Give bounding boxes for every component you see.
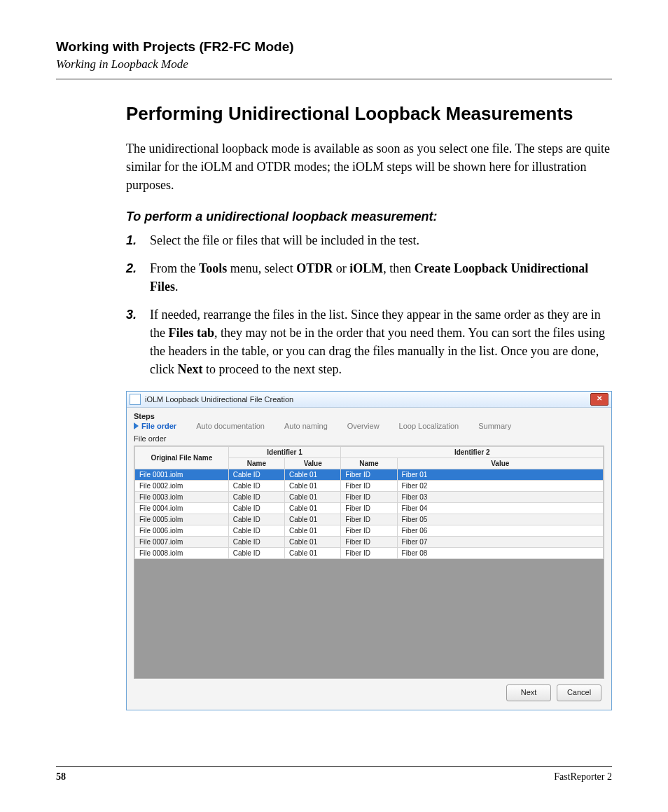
step-text: If needed, rearrange the files in the li… — [150, 305, 612, 378]
table-row[interactable]: File 0003.iolmCable IDCable 01Fiber IDFi… — [135, 492, 604, 503]
page-header: Working with Projects (FR2-FC Mode) Work… — [56, 39, 612, 80]
grid-empty-area[interactable] — [134, 559, 604, 678]
arrow-right-icon — [134, 422, 139, 429]
wizard-step-loop-localization[interactable]: Loop Localization — [399, 422, 459, 430]
wizard-step-row: File order Auto documentation Auto namin… — [134, 422, 604, 430]
dialog-title: iOLM Loopback Unidirectional File Creati… — [145, 395, 590, 404]
table-row[interactable]: File 0008.iolmCable IDCable 01Fiber IDFi… — [135, 548, 604, 559]
col-original-file-name[interactable]: Original File Name — [135, 447, 229, 469]
col-id1-value[interactable]: Value — [285, 458, 341, 469]
col-identifier-1[interactable]: Identifier 1 — [228, 447, 341, 458]
footer-rule — [56, 766, 612, 767]
step-3: 3. If needed, rearrange the files in the… — [126, 305, 612, 378]
wizard-step-auto-documentation[interactable]: Auto documentation — [196, 422, 265, 430]
page-number: 58 — [56, 771, 66, 783]
dialog-body: Steps File order Auto documentation Auto… — [127, 408, 611, 710]
app-icon — [130, 394, 141, 405]
step-number: 3. — [126, 305, 150, 378]
step-number: 2. — [126, 259, 150, 296]
section-title: Working in Loopback Mode — [56, 57, 612, 71]
intro-paragraph: The unidirectional loopback mode is avai… — [126, 139, 612, 194]
step-number: 1. — [126, 231, 150, 249]
table-row[interactable]: File 0004.iolmCable IDCable 01Fiber IDFi… — [135, 503, 604, 514]
procedure-steps: 1. Select the file or files that will be… — [126, 231, 612, 379]
dialog-button-row: Next Cancel — [134, 679, 604, 703]
step-text: From the Tools menu, select OTDR or iOLM… — [150, 259, 612, 296]
step-2: 2. From the Tools menu, select OTDR or i… — [126, 259, 612, 296]
table-row[interactable]: File 0006.iolmCable IDCable 01Fiber IDFi… — [135, 525, 604, 537]
content-area: Performing Unidirectional Loopback Measu… — [126, 102, 612, 710]
procedure-subheading: To perform a unidirectional loopback mea… — [126, 209, 612, 224]
col-id2-value[interactable]: Value — [397, 458, 603, 469]
wizard-step-overview[interactable]: Overview — [347, 422, 380, 430]
file-order-label: File order — [134, 434, 604, 443]
col-id2-name[interactable]: Name — [341, 458, 397, 469]
page-footer: 58 FastReporter 2 — [56, 766, 612, 783]
wizard-step-file-order[interactable]: File order — [134, 422, 176, 430]
col-id1-name[interactable]: Name — [228, 458, 284, 469]
wizard-step-auto-naming[interactable]: Auto naming — [284, 422, 328, 430]
close-button[interactable]: ✕ — [590, 393, 608, 406]
table-row[interactable]: File 0007.iolmCable IDCable 01Fiber IDFi… — [135, 537, 604, 548]
cancel-button[interactable]: Cancel — [557, 684, 601, 701]
table-row[interactable]: File 0002.iolmCable IDCable 01Fiber IDFi… — [135, 481, 604, 492]
steps-label: Steps — [134, 412, 604, 420]
header-rule — [56, 78, 612, 80]
table-row[interactable]: File 0005.iolmCable IDCable 01Fiber IDFi… — [135, 514, 604, 525]
chapter-title: Working with Projects (FR2-FC Mode) — [56, 39, 612, 55]
col-identifier-2[interactable]: Identifier 2 — [341, 447, 604, 458]
file-order-grid[interactable]: Original File Name Identifier 1 Identifi… — [134, 446, 604, 679]
product-name: FastReporter 2 — [554, 771, 612, 783]
file-table[interactable]: Original File Name Identifier 1 Identifi… — [134, 446, 604, 559]
dialog-screenshot: iOLM Loopback Unidirectional File Creati… — [126, 391, 612, 710]
step-1: 1. Select the file or files that will be… — [126, 231, 612, 249]
dialog-titlebar[interactable]: iOLM Loopback Unidirectional File Creati… — [127, 392, 611, 408]
topic-heading: Performing Unidirectional Loopback Measu… — [126, 102, 612, 125]
table-row[interactable]: File 0001.iolmCable IDCable 01Fiber IDFi… — [135, 469, 604, 481]
step-text: Select the file or files that will be in… — [150, 231, 419, 249]
next-button[interactable]: Next — [506, 684, 551, 701]
wizard-step-summary[interactable]: Summary — [478, 422, 511, 430]
